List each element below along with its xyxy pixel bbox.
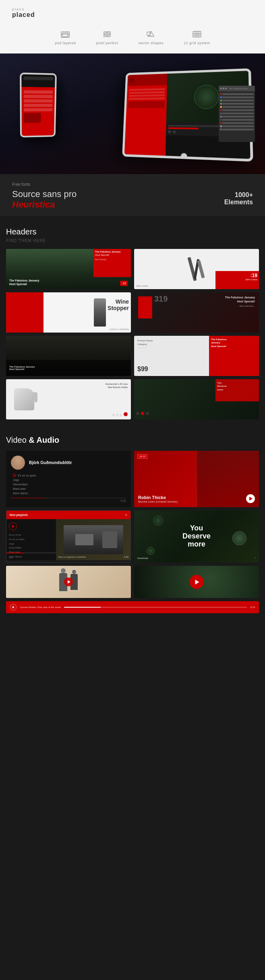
grey-red-accent: The FabulousJanuaryHost Special! [209,336,259,376]
phone-menu-item [24,104,53,107]
card-forest-text: The Fabulous January Host Special! [9,279,39,286]
playlist-card: New playlist3 × Army of me It's oh so qu… [6,510,131,563]
audio-track-name: Canvas Rebels: Dirty side of the street [20,606,61,608]
fonts-names: Source sans pro Heuristica 1000+ Element… [12,189,253,210]
playlist-close-icon[interactable]: × [125,513,127,517]
svg-rect-1 [62,33,68,37]
left-progress-fill [6,553,24,553]
logo-sub: plans [12,7,253,11]
layers-close-dot [220,88,222,89]
thumb-time: 4:36 [124,556,128,558]
jan-red-box [138,296,152,318]
playlist-body: Army of me It's oh so quiet Joga Stonemi… [6,519,130,560]
track-label: Atom dance [13,492,28,495]
music-progress-bar[interactable] [11,498,126,498]
font-name-heuristica: Heuristica [12,199,77,210]
layer-item [219,96,254,99]
top-bar: plans placed psd layered [0,0,265,53]
kettle-red-dot [124,412,128,416]
robin-title: Robin Thicke [138,495,255,500]
video-play-button-2[interactable] [190,575,204,589]
headers-section: Headers find them here The Fabulous Janu… [0,217,265,425]
playlist-time: 0:00 [9,557,13,559]
layers-list [219,91,255,132]
volume-dot [14,475,15,476]
track-label: Black lake [13,487,26,490]
card-forest-badge: :19 [120,281,128,286]
track-label: Stonemilker [13,483,28,486]
layer-item [219,122,254,124]
robin-play-button[interactable] [246,494,255,503]
play-icon [68,580,70,583]
feature-vector-shapes: vector shapes [139,30,164,45]
video-grid: Björk Guðmundsdóttir It's oh so quiet Jo… [6,451,259,507]
thumb-how-to: How to organize a kitchen [58,556,86,558]
track-item-5: Atom dance [13,491,126,495]
headers-section-title: Headers [6,227,259,236]
feature-pixel-perfect: pixel perfect [96,30,118,45]
layer-item [219,103,254,105]
layers-panel: well organized layers [219,86,255,142]
phone-menu-item [24,108,53,111]
phone-mockup [20,72,57,138]
deserve-share[interactable]: ↑ [255,557,256,559]
video-section-title: Video & Audio [6,436,259,445]
header-card-forest: The Fabulous January Host Special! Now T… [6,249,131,289]
phone-menu-item [24,95,53,99]
video-play-button-1[interactable] [64,577,73,586]
time-display: 5:32 [11,499,126,502]
hero-mockup: well organized layers [8,66,257,162]
phone-menu-item [24,90,53,94]
wine-left-red [6,292,43,333]
phone-header [21,74,55,87]
dark-road-overlay: The Fabulous JanuaryHost Special! [6,360,131,376]
layers-panel-header: well organized layers [219,86,255,91]
feature-grid-system: 12 grid system [184,30,210,45]
red-overlay: The Fabulous January Host Special! Now T… [93,249,131,277]
layer-item [219,106,254,108]
layer-item [219,119,254,121]
features-row: psd layered pixel perfect ve [12,26,253,47]
grid-icon [190,30,203,39]
elements-number: 1000+ [224,191,253,199]
jan-number: 319 [154,294,168,304]
phone-screen [21,74,55,136]
tools-red-accent: :19 John Lewis [215,271,259,289]
phone-menu [21,87,55,127]
flower-decoration [194,85,219,109]
playlist-tracks: Army of me It's oh so quiet Joga Stonemi… [9,533,54,559]
artist-row: Björk Guðmundsdóttir [11,456,126,470]
flower3 [147,547,155,555]
flowers-bottom [134,407,259,419]
elements-label: Elements [224,199,253,206]
elements-count: 1000+ Elements [224,191,253,206]
audio-bar-play-button[interactable] [10,604,17,610]
header-card-tools: :19 John Lewis John Lewis [134,249,259,289]
target-icon [101,30,114,39]
left-progress-bar [6,553,56,553]
flower2 [232,531,246,545]
feature-grid-label: 12 grid system [184,41,210,45]
playlist-track: Stonemilker [9,546,54,550]
feature-vector-label: vector shapes [139,41,164,45]
avatar-face [11,456,25,470]
layers-max-dot [225,88,227,89]
video-section: Video & Audio Björk Guðmundsdóttir It's … [0,425,265,619]
layer-item [219,128,254,131]
headers-section-subtitle: find them here [6,238,259,243]
layer-item [219,109,254,111]
deserve-download[interactable]: Download [137,557,148,559]
kettle-product [14,388,34,411]
audio-progress-bar[interactable] [64,607,247,608]
track-label: It's oh so quiet [18,474,36,477]
logo: plans placed [12,7,253,18]
artist-avatar [11,456,25,470]
feature-psd-layered: psd layered [55,30,76,45]
font-name-sans: Source sans pro [12,189,77,199]
playlist-play-button[interactable] [9,522,17,530]
header-card-wine: Wine Stopper CARLO LONDON [6,292,131,333]
playlist-track: Atom dance [9,555,54,559]
flowers-red-overlay: YouDeservemore [215,379,259,401]
track-item-2: Joga [13,478,126,482]
dark-road-text: The Fabulous JanuaryHost Special! [9,366,35,370]
